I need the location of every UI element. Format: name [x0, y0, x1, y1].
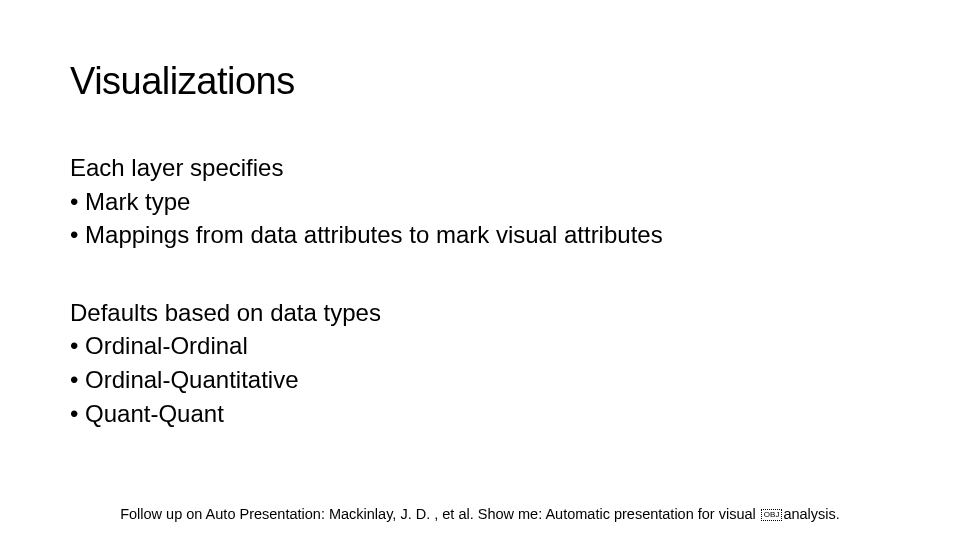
- section-layer-specifies: Each layer specifies • Mark type • Mappi…: [70, 151, 890, 252]
- section-heading: Defaults based on data types: [70, 296, 890, 330]
- slide-container: Visualizations Each layer specifies • Ma…: [0, 0, 960, 430]
- bullet-item: • Ordinal-Ordinal: [70, 329, 890, 363]
- bullet-item: • Mark type: [70, 185, 890, 219]
- bullet-item: • Ordinal-Quantitative: [70, 363, 890, 397]
- bullet-item: • Mappings from data attributes to mark …: [70, 218, 890, 252]
- footer-text-part1: Follow up on Auto Presentation: Mackinla…: [120, 506, 760, 522]
- footer-text-part2: analysis.: [783, 506, 839, 522]
- slide-title: Visualizations: [70, 60, 890, 103]
- section-defaults: Defaults based on data types • Ordinal-O…: [70, 296, 890, 430]
- footer-citation: Follow up on Auto Presentation: Mackinla…: [0, 506, 960, 522]
- bullet-item: • Quant-Quant: [70, 397, 890, 431]
- obj-placeholder-icon: OBJ: [761, 509, 783, 521]
- section-heading: Each layer specifies: [70, 151, 890, 185]
